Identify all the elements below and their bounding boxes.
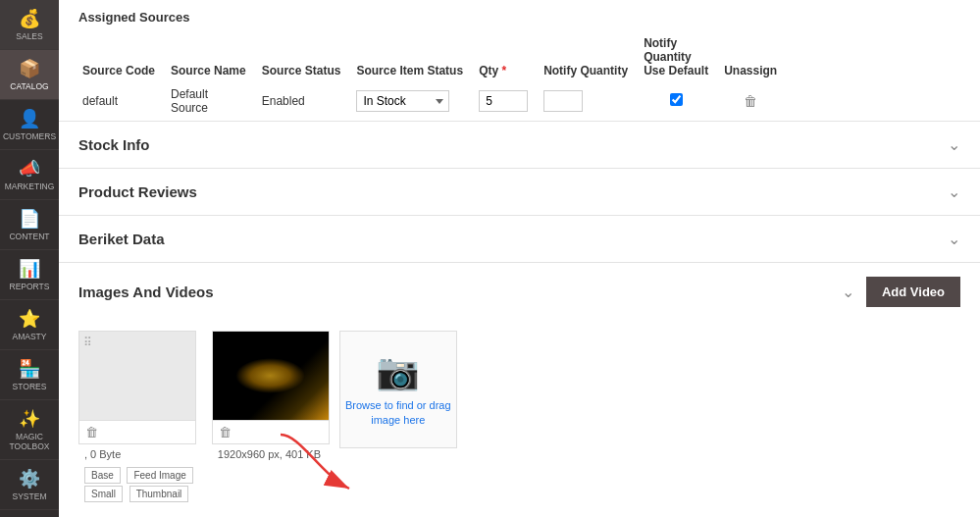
notify-qty-input[interactable] <box>543 90 583 112</box>
source-name-cell: DefaultSource <box>167 81 258 121</box>
product-reviews-title: Product Reviews <box>78 183 197 200</box>
sidebar-item-customers[interactable]: 👤 CUSTOMERS <box>0 100 59 150</box>
beriket-data-title: Beriket Data <box>78 231 165 247</box>
add-video-button[interactable]: Add Video <box>866 277 960 307</box>
sidebar-item-find-partners[interactable]: 🔍 FIND PARTNERS & EXTENSIONS <box>0 510 59 517</box>
stores-icon: 🏪 <box>19 358 40 380</box>
sidebar-item-content[interactable]: 📄 CONTENT <box>0 200 59 250</box>
images-videos-title: Images And Videos <box>78 284 214 300</box>
sidebar-item-label-content: CONTENT <box>9 232 49 241</box>
system-icon: ⚙️ <box>19 468 40 490</box>
tag-base[interactable]: Base <box>84 467 121 484</box>
sidebar-item-sales[interactable]: 💰 SALES <box>0 0 59 50</box>
use-default-cell <box>640 81 720 121</box>
assigned-sources-title: Assigned Sources <box>78 10 960 25</box>
sidebar-item-label-marketing: MARKETING <box>5 181 55 191</box>
required-star-qty: * <box>501 64 506 78</box>
image-card-1: ⠿ 🗑 <box>78 331 196 444</box>
content-icon: 📄 <box>19 208 40 230</box>
source-item-status-cell: In Stock Out of Stock <box>352 81 475 121</box>
qty-input[interactable] <box>479 90 528 112</box>
sidebar: 💰 SALES 📦 CATALOG 👤 CUSTOMERS 📣 MARKETIN… <box>0 0 59 517</box>
tag-feed-image[interactable]: Feed Image <box>127 467 192 484</box>
assigned-sources-section: Assigned Sources Source Code Source Name… <box>59 0 980 121</box>
use-default-checkbox[interactable] <box>670 93 683 106</box>
image-card-footer-2: 🗑 <box>213 420 329 443</box>
sidebar-item-system[interactable]: ⚙️ SYSTEM <box>0 460 59 510</box>
image-gallery: ⠿ 🗑 , 0 Byte Base Feed Image Small Thumb… <box>59 321 980 517</box>
spark-image <box>213 332 329 420</box>
sales-icon: 💰 <box>19 8 40 29</box>
source-code-cell: default <box>78 81 167 121</box>
upload-card[interactable]: 📷 Browse to find or drag image here <box>339 331 457 448</box>
tag-small[interactable]: Small <box>84 486 123 502</box>
sidebar-item-label-magic-toolbox: MAGIC TOOLBOX <box>4 432 55 451</box>
unassign-cell: 🗑 <box>720 81 789 121</box>
image-thumb-2 <box>213 332 329 420</box>
amasty-icon: ⭐ <box>19 308 40 330</box>
col-header-unassign: Unassign <box>720 32 789 81</box>
camera-icon: 📷 <box>376 351 420 392</box>
sidebar-item-magic-toolbox[interactable]: ✨ MAGIC TOOLBOX <box>0 400 59 460</box>
stock-info-chevron-icon: ⌄ <box>948 135 960 154</box>
customers-icon: 👤 <box>19 108 40 129</box>
sidebar-item-label-system: SYSTEM <box>13 491 47 501</box>
col-header-source-item-status: Source Item Status <box>352 32 475 81</box>
beriket-data-section[interactable]: Beriket Data ⌄ <box>59 215 980 262</box>
sidebar-item-label-catalog: CATALOG <box>10 81 48 91</box>
product-reviews-section[interactable]: Product Reviews ⌄ <box>59 168 980 215</box>
stock-info-section[interactable]: Stock Info ⌄ <box>59 121 980 168</box>
catalog-icon: 📦 <box>19 58 40 79</box>
sidebar-item-label-sales: SALES <box>16 31 42 41</box>
notify-qty-cell <box>540 81 640 121</box>
sidebar-item-amasty[interactable]: ⭐ AMASTY <box>0 300 59 350</box>
image-card-info-2: 1920x960 px, 401 KB <box>212 444 327 464</box>
image-tags-1: Base Feed Image Small Thumbnail <box>78 464 202 510</box>
sidebar-item-label-reports: REPORTS <box>10 282 50 291</box>
col-header-source-status: Source Status <box>258 32 353 81</box>
image-card-2: ⠿ 🗑 <box>212 331 330 444</box>
images-videos-header: Images And Videos ⌄ Add Video <box>59 262 980 321</box>
image-delete-btn-1[interactable]: 🗑 <box>85 425 98 439</box>
table-row: default DefaultSource Enabled In Stock O… <box>78 81 789 121</box>
stock-info-title: Stock Info <box>78 136 150 153</box>
source-item-status-select[interactable]: In Stock Out of Stock <box>356 90 449 112</box>
drag-handle-1[interactable]: ⠿ <box>83 336 92 349</box>
product-reviews-chevron-icon: ⌄ <box>948 182 960 201</box>
col-header-source-code: Source Code <box>78 32 167 81</box>
upload-text: Browse to find or drag image here <box>340 398 456 429</box>
beriket-data-chevron-icon: ⌄ <box>948 230 960 248</box>
sources-table: Source Code Source Name Source Status So… <box>78 32 789 121</box>
reports-icon: 📊 <box>19 258 40 280</box>
qty-cell <box>475 81 540 121</box>
image-card-footer-1: 🗑 <box>79 420 195 443</box>
sidebar-item-label-amasty: AMASTY <box>13 332 47 341</box>
image-delete-btn-2[interactable]: 🗑 <box>219 425 232 439</box>
source-status-cell: Enabled <box>258 81 353 121</box>
col-header-qty: Qty * <box>475 32 540 81</box>
sidebar-item-catalog[interactable]: 📦 CATALOG <box>0 50 59 100</box>
sidebar-item-marketing[interactable]: 📣 MARKETING <box>0 150 59 200</box>
col-header-notify-use-default: NotifyQuantityUse Default <box>640 32 720 81</box>
col-header-notify-quantity: Notify Quantity <box>540 32 640 81</box>
magic-toolbox-icon: ✨ <box>19 408 40 430</box>
sidebar-item-label-stores: STORES <box>13 382 47 391</box>
tag-thumbnail[interactable]: Thumbnail <box>129 486 189 502</box>
marketing-icon: 📣 <box>19 158 40 180</box>
sidebar-item-reports[interactable]: 📊 REPORTS <box>0 250 59 300</box>
unassign-button[interactable]: 🗑 <box>744 93 757 109</box>
main-content: Assigned Sources Source Code Source Name… <box>59 0 980 517</box>
image-thumb-1 <box>79 332 195 420</box>
images-videos-chevron-icon: ⌄ <box>842 283 854 301</box>
sidebar-item-stores[interactable]: 🏪 STORES <box>0 350 59 400</box>
sidebar-item-label-customers: CUSTOMERS <box>3 131 56 141</box>
col-header-source-name: Source Name <box>167 32 258 81</box>
image-card-info-1: , 0 Byte <box>78 444 127 464</box>
